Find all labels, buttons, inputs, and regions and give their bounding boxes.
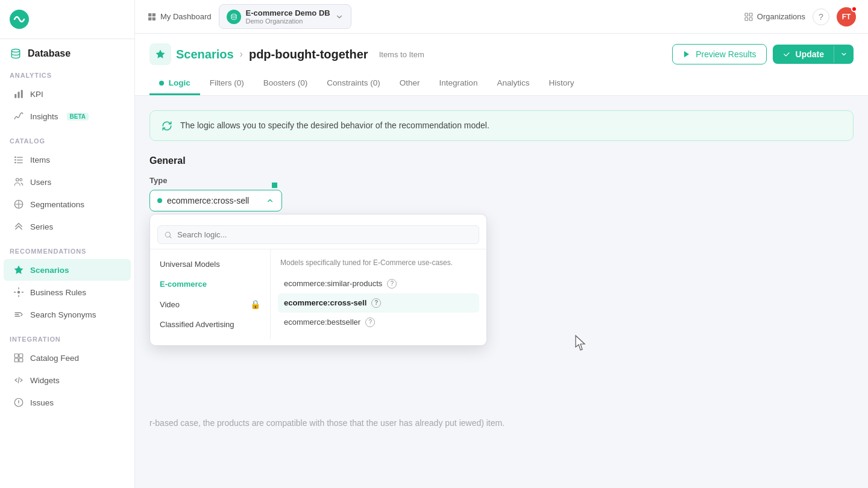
database-title: Database	[28, 48, 71, 59]
db-selector[interactable]: E-commerce Demo DB Demo Organization	[219, 4, 351, 29]
option-cross-sell[interactable]: ecommerce:cross-sell ?	[278, 293, 479, 313]
update-dropdown-arrow[interactable]	[834, 46, 854, 63]
type-select-trigger[interactable]: ecommerce:cross-sell	[149, 190, 282, 211]
tab-logic[interactable]: Logic	[149, 72, 200, 95]
option-similar-products-label: ecommerce:similar-products	[284, 279, 382, 288]
sidebar-item-catalog-feed[interactable]: Catalog Feed	[4, 347, 131, 369]
sidebar-item-kpi[interactable]: KPI	[4, 83, 131, 105]
tab-other[interactable]: Other	[390, 72, 430, 95]
svg-line-19	[18, 378, 19, 383]
select-dot	[157, 198, 162, 203]
option-similar-products[interactable]: ecommerce:similar-products ?	[278, 274, 479, 293]
tab-filters[interactable]: Filters (0)	[200, 72, 254, 95]
page-body: The logic allows you to specify the desi…	[135, 96, 868, 488]
option-bestseller-label: ecommerce:bestseller	[284, 318, 360, 327]
chevron-down-icon	[335, 13, 344, 21]
svg-rect-9	[14, 162, 16, 163]
users-label: Users	[30, 178, 51, 187]
analytics-section-label: ANALYTICS	[0, 62, 134, 83]
dashboard-label: My Dashboard	[160, 12, 212, 21]
topbar-left: My Dashboard E-commerce Demo DB Demo Org…	[147, 4, 734, 29]
svg-rect-29	[749, 13, 752, 16]
scenarios-link[interactable]: Scenarios	[176, 48, 234, 61]
svg-point-1	[11, 49, 19, 52]
option-bestseller[interactable]: ecommerce:bestseller ?	[278, 313, 479, 332]
tab-integration[interactable]: Integration	[430, 72, 488, 95]
search-logic-input[interactable]	[177, 230, 473, 239]
beta-badge: BETA	[67, 113, 89, 120]
sidebar-item-widgets[interactable]: Widgets	[4, 369, 131, 391]
lock-icon: 🔒	[250, 299, 260, 309]
category-classified[interactable]: Classified Advertising	[150, 314, 270, 334]
preview-results-button[interactable]: Preview Results	[672, 44, 766, 64]
tab-boosters[interactable]: Boosters (0)	[254, 72, 318, 95]
tab-analytics-label: Analytics	[497, 78, 529, 87]
search-icon	[164, 231, 172, 239]
rules-icon	[13, 287, 24, 298]
sidebar-item-users[interactable]: Users	[4, 171, 131, 193]
insights-icon	[13, 111, 24, 122]
series-label: Series	[30, 222, 53, 231]
sidebar-item-scenarios[interactable]: Scenarios	[4, 259, 131, 281]
sidebar-item-business-rules[interactable]: Business Rules	[4, 281, 131, 303]
category-universal-label: Universal Models	[160, 260, 220, 269]
sidebar-logo	[0, 0, 134, 39]
similar-products-help-icon[interactable]: ?	[387, 279, 397, 289]
breadcrumb-subtitle: Items to Item	[379, 50, 424, 59]
search-synonyms-label: Search Synonyms	[30, 310, 96, 319]
sidebar-item-search-synonyms[interactable]: Search Synonyms	[4, 304, 131, 325]
svg-rect-6	[17, 157, 23, 158]
db-icon	[227, 10, 241, 24]
svg-rect-16	[19, 354, 23, 357]
svg-rect-8	[17, 160, 23, 160]
catalog-section: CATALOG Items Users	[0, 128, 134, 238]
db-info: E-commerce Demo DB Demo Organization	[246, 8, 330, 25]
help-button[interactable]: ?	[813, 8, 829, 25]
db-org: Demo Organization	[246, 17, 330, 25]
organizations-button[interactable]: Organizations	[744, 12, 805, 22]
chevron-down-update-icon	[840, 51, 848, 58]
integration-section: INTEGRATION Catalog Feed Widgets I	[0, 326, 134, 414]
star-icon	[13, 264, 24, 275]
sidebar-item-issues[interactable]: Issues	[4, 392, 131, 413]
svg-rect-30	[745, 17, 748, 20]
sidebar-item-segmentations[interactable]: Segmentations	[4, 193, 131, 215]
svg-rect-28	[745, 13, 748, 16]
tab-constraints[interactable]: Constraints (0)	[317, 72, 390, 95]
recommendations-section: RECOMMENDATIONS Scenarios Business Rules…	[0, 238, 134, 326]
tab-history-label: History	[549, 78, 574, 87]
header-actions: Preview Results Update	[672, 44, 854, 64]
cross-sell-help-icon[interactable]: ?	[371, 298, 381, 308]
option-cross-sell-label: ecommerce:cross-sell	[284, 298, 366, 307]
tab-other-label: Other	[400, 78, 420, 87]
sidebar-item-insights[interactable]: Insights BETA	[4, 105, 131, 127]
type-dropdown: Universal Models E-commerce Video 🔒 Clas…	[149, 214, 487, 346]
business-rules-label: Business Rules	[30, 288, 86, 297]
sidebar-item-items[interactable]: Items	[4, 149, 131, 170]
bestseller-help-icon[interactable]: ?	[365, 318, 375, 327]
svg-rect-25	[148, 17, 151, 20]
avatar-letters: FT	[842, 13, 851, 21]
search-box	[157, 225, 479, 244]
update-button-group: Update	[773, 45, 854, 64]
tab-logic-label: Logic	[169, 78, 190, 87]
dashboard-nav[interactable]: My Dashboard	[147, 12, 212, 22]
tab-history[interactable]: History	[539, 72, 583, 95]
sidebar: Database ANALYTICS KPI Insights BETA CAT…	[0, 0, 135, 488]
category-ecommerce-label: E-commerce	[160, 280, 207, 289]
svg-rect-24	[153, 13, 156, 16]
catalog-section-label: CATALOG	[0, 128, 134, 148]
category-video[interactable]: Video 🔒	[150, 294, 270, 314]
tab-analytics[interactable]: Analytics	[487, 72, 539, 95]
category-ecommerce[interactable]: E-commerce	[150, 274, 270, 294]
main-area: My Dashboard E-commerce Demo DB Demo Org…	[135, 0, 868, 488]
star-breadcrumb-icon	[155, 49, 166, 60]
sidebar-item-series[interactable]: Series	[4, 216, 131, 237]
category-universal[interactable]: Universal Models	[150, 254, 270, 274]
type-field-label: Type	[149, 176, 854, 185]
update-button[interactable]: Update	[773, 45, 834, 64]
category-video-label: Video	[160, 300, 180, 309]
analytics-section: ANALYTICS KPI Insights BETA	[0, 62, 134, 128]
dropdown-options: Models specifically tuned for E-Commerce…	[271, 249, 486, 339]
user-avatar[interactable]: FT	[837, 7, 856, 27]
